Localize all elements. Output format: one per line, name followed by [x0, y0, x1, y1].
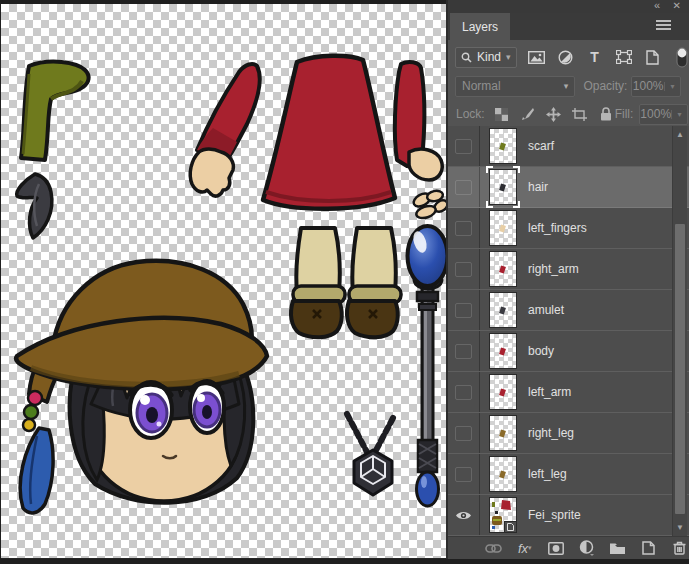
pixel-layer-filter-icon[interactable]: [527, 48, 547, 66]
layer-thumbnail[interactable]: [489, 292, 517, 328]
visibility-toggle-empty[interactable]: [448, 167, 480, 207]
type-layer-filter-icon[interactable]: T: [585, 48, 605, 66]
character-head-part[interactable]: [16, 261, 267, 513]
lock-position-icon[interactable]: [545, 106, 563, 122]
left-leg-part[interactable]: [347, 228, 401, 337]
layers-list: scarfhairleft_fingersright_armamuletbody…: [448, 126, 689, 536]
visibility-toggle-empty[interactable]: [448, 331, 480, 371]
layer-name[interactable]: left_leg: [528, 467, 567, 481]
visibility-toggle-empty[interactable]: [448, 413, 480, 453]
smart-object-filter-icon[interactable]: [643, 48, 663, 66]
layer-name[interactable]: amulet: [528, 303, 564, 317]
layer-thumbnail[interactable]: [489, 169, 517, 205]
layer-row-hair[interactable]: hair: [448, 167, 689, 208]
layer-thumbnail[interactable]: [489, 333, 517, 369]
amulet-part[interactable]: [347, 414, 393, 495]
chevron-down-icon: ▾: [564, 81, 569, 91]
filtering-toggle[interactable]: [672, 48, 689, 66]
add-layer-mask-icon[interactable]: [546, 539, 566, 557]
chevron-down-icon: ▾: [506, 52, 511, 62]
layer-name[interactable]: Fei_sprite: [528, 508, 581, 522]
blend-mode-dropdown[interactable]: Normal ▾: [455, 76, 575, 97]
layer-row-amulet[interactable]: amulet: [448, 290, 689, 331]
layer-row-scarf[interactable]: scarf: [448, 126, 689, 167]
search-icon: [461, 52, 472, 63]
new-layer-icon[interactable]: [638, 539, 658, 557]
layer-name[interactable]: hair: [528, 180, 548, 194]
panel-titlebar: « ✕: [448, 0, 689, 13]
document-canvas[interactable]: [1, 4, 446, 558]
layer-row-Fei_sprite[interactable]: Fei_sprite: [448, 495, 689, 536]
scrollbar-thumb[interactable]: [675, 224, 685, 514]
filter-kind-dropdown[interactable]: Kind ▾: [455, 47, 517, 68]
layer-name[interactable]: right_arm: [528, 262, 579, 276]
hair-tuft-part[interactable]: [17, 174, 52, 238]
visibility-eye-icon[interactable]: [448, 495, 480, 535]
layer-row-left_arm[interactable]: left_arm: [448, 372, 689, 413]
layer-row-left_leg[interactable]: left_leg: [448, 454, 689, 495]
layers-scrollbar[interactable]: ▲ ▼: [672, 126, 687, 536]
layer-row-left_fingers[interactable]: left_fingers: [448, 208, 689, 249]
scroll-down-icon[interactable]: ▼: [673, 521, 687, 534]
layer-row-body[interactable]: body: [448, 331, 689, 372]
layer-thumbnail[interactable]: [489, 415, 517, 451]
left-fingers-part[interactable]: [411, 189, 446, 220]
filter-row: Kind ▾ T: [448, 44, 689, 70]
scroll-up-icon[interactable]: ▲: [673, 128, 687, 141]
fill-value[interactable]: 100% ▾: [639, 104, 688, 125]
lock-pixels-icon[interactable]: [519, 106, 537, 122]
lock-artboard-icon[interactable]: [571, 106, 589, 122]
close-panel-icon[interactable]: ✕: [673, 0, 681, 12]
lock-all-icon[interactable]: [597, 106, 615, 122]
visibility-toggle-empty[interactable]: [448, 290, 480, 330]
new-group-icon[interactable]: [607, 539, 627, 557]
selected-thumbnail-brackets: [486, 166, 520, 208]
scarf-part[interactable]: [21, 62, 89, 160]
layer-row-right_leg[interactable]: right_leg: [448, 413, 689, 454]
visibility-toggle-empty[interactable]: [448, 372, 480, 412]
lock-row: Lock: Fill: 1: [448, 102, 689, 126]
shape-layer-filter-icon[interactable]: [614, 48, 634, 66]
visibility-toggle-empty[interactable]: [448, 208, 480, 248]
visibility-toggle-empty[interactable]: [448, 249, 480, 289]
window-border-top: [0, 0, 446, 4]
panel-menu-icon[interactable]: [656, 20, 671, 32]
visibility-toggle-empty[interactable]: [448, 454, 480, 494]
right-arm-part[interactable]: [190, 64, 260, 196]
layer-name[interactable]: left_arm: [528, 385, 571, 399]
opacity-label: Opacity:: [583, 79, 627, 93]
layer-effects-icon[interactable]: fx▾: [515, 539, 535, 557]
link-layers-icon[interactable]: [484, 539, 504, 557]
layer-thumbnail[interactable]: [489, 128, 517, 164]
panel-tab-row: Layers: [448, 13, 689, 40]
layer-thumbnail[interactable]: [489, 497, 517, 533]
layer-thumbnail[interactable]: [489, 251, 517, 287]
chevron-down-icon: ▾: [664, 82, 680, 91]
layer-name[interactable]: right_leg: [528, 426, 574, 440]
chevron-down-icon: ▾: [671, 110, 687, 119]
opacity-value[interactable]: 100% ▾: [631, 76, 681, 97]
tab-layers[interactable]: Layers: [450, 13, 510, 40]
layer-row-right_arm[interactable]: right_arm: [448, 249, 689, 290]
adjustment-layer-icon[interactable]: [577, 539, 597, 557]
smart-object-badge: [504, 521, 517, 533]
lock-label: Lock:: [456, 107, 485, 121]
layer-thumbnail[interactable]: [489, 374, 517, 410]
window-border-left: [0, 0, 1, 564]
blend-row: Normal ▾ Opacity: 100% ▾: [448, 74, 689, 98]
layer-thumbnail[interactable]: [489, 456, 517, 492]
lock-transparency-icon[interactable]: [493, 106, 511, 122]
layer-name[interactable]: scarf: [528, 139, 554, 153]
adjustment-layer-filter-icon[interactable]: [556, 48, 576, 66]
delete-layer-icon[interactable]: [669, 539, 689, 557]
right-leg-part[interactable]: [291, 228, 345, 337]
visibility-toggle-empty[interactable]: [448, 126, 480, 166]
layer-name[interactable]: body: [528, 344, 554, 358]
layers-toolbar: fx▾: [448, 536, 689, 559]
layer-thumbnail[interactable]: [489, 210, 517, 246]
tunic-body-part[interactable]: [263, 56, 395, 209]
left-arm-part[interactable]: [395, 62, 442, 180]
layer-name[interactable]: left_fingers: [528, 221, 587, 235]
collapse-panels-icon[interactable]: «: [654, 0, 659, 12]
staff-part[interactable]: [408, 226, 447, 506]
